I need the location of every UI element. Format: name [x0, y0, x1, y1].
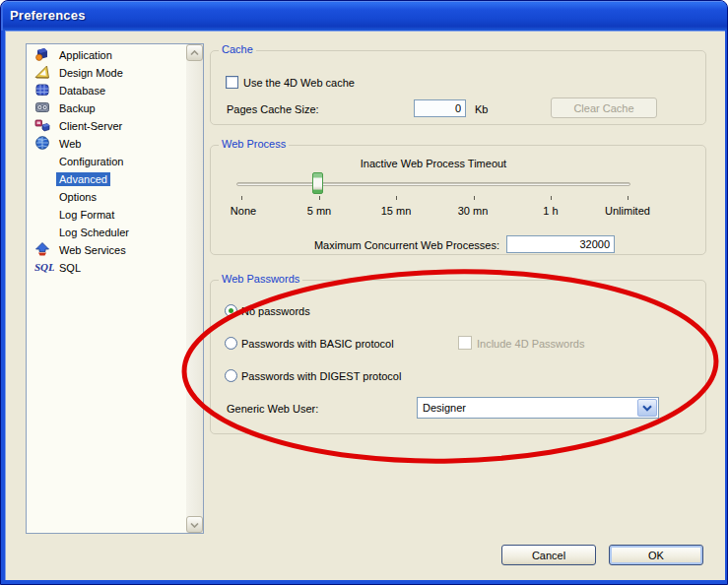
sidebar-scrollbar[interactable] [186, 44, 203, 533]
sidebar-item-label: Application [56, 48, 115, 62]
application-icon [34, 46, 50, 62]
generic-web-user-select[interactable]: Designer [417, 397, 659, 419]
web-passwords-group-title: Web Passwords [219, 273, 302, 285]
sidebar-item-application[interactable]: Application [29, 46, 184, 64]
sidebar-item-options[interactable]: Options [29, 188, 184, 206]
sql-icon: SQL [34, 259, 50, 275]
sidebar-item-sql[interactable]: SQL SQL [29, 259, 184, 277]
dialog-body: Application Design Mode Database Backup [5, 31, 725, 580]
include-4d-passwords-label: Include 4D Passwords [477, 338, 584, 350]
slider-tick [319, 196, 320, 200]
sidebar-item-database[interactable]: Database [29, 82, 184, 99]
client-server-icon [34, 117, 50, 133]
cancel-button[interactable]: Cancel [501, 545, 596, 565]
slider-tick-label-unlimited: Unlimited [588, 205, 667, 217]
include-4d-passwords-checkbox[interactable] [458, 336, 472, 350]
sidebar-item-label: Client-Server [56, 119, 125, 133]
sidebar-item-label: Configuration [56, 155, 126, 168]
title-bar: Preferences [1, 1, 728, 31]
web-services-icon [34, 241, 50, 257]
sidebar-item-web[interactable]: Web [29, 135, 184, 153]
sidebar-item-label: Log Scheduler [56, 226, 132, 239]
chevron-up-icon [190, 50, 199, 56]
sidebar-item-label: Web [56, 137, 84, 151]
chevron-down-icon [190, 522, 199, 528]
use-web-cache-checkbox[interactable] [226, 76, 238, 89]
window-title: Preferences [10, 8, 86, 23]
web-globe-icon [34, 135, 50, 151]
sidebar-item-backup[interactable]: Backup [29, 99, 184, 117]
svg-text:SQL: SQL [34, 261, 54, 273]
sidebar-item-advanced[interactable]: Advanced [29, 170, 184, 188]
sidebar-item-label: Options [56, 190, 99, 204]
max-concurrent-input[interactable] [506, 235, 615, 253]
combo-drop-button[interactable] [637, 399, 657, 417]
scroll-up-button[interactable] [186, 44, 203, 61]
slider-tick [551, 196, 552, 200]
sidebar-item-label-selected: Advanced [56, 172, 110, 186]
design-mode-icon [34, 64, 50, 80]
no-passwords-label: No passwords [241, 305, 310, 317]
web-process-group: Web Process Inactive Web Process Timeout… [210, 145, 706, 255]
scroll-down-button[interactable] [186, 516, 203, 533]
web-process-group-title: Web Process [219, 138, 289, 150]
slider-tick [474, 196, 475, 200]
sidebar-item-label: Backup [56, 101, 99, 115]
timeout-slider-track[interactable] [236, 182, 630, 186]
max-concurrent-label: Maximum Concurrent Web Processes: [227, 239, 499, 251]
generic-web-user-value: Designer [423, 402, 466, 414]
timeout-slider-label: Inactive Web Process Timeout [236, 158, 630, 169]
sidebar-item-web-services[interactable]: Web Services [29, 241, 184, 259]
pages-cache-size-label: Pages Cache Size: [227, 103, 319, 115]
sidebar-item-label: Log Format [56, 208, 117, 222]
preferences-dialog: Preferences Application Design Mode [0, 0, 728, 585]
pages-cache-size-unit: Kb [475, 103, 488, 115]
chevron-down-icon [642, 405, 652, 412]
sidebar-item-label: Design Mode [56, 66, 126, 80]
sidebar-item-log-format[interactable]: Log Format [29, 206, 184, 224]
sidebar-item-client-server[interactable]: Client-Server [29, 117, 184, 135]
generic-web-user-label: Generic Web User: [227, 403, 318, 415]
digest-protocol-radio[interactable] [225, 369, 237, 382]
slider-tick-label-15mn: 15 mn [357, 205, 435, 217]
sidebar-item-label: Database [56, 84, 108, 98]
slider-tick-label-none: None [204, 205, 283, 217]
preferences-tree: Application Design Mode Database Backup [26, 43, 204, 534]
clear-cache-button[interactable]: Clear Cache [551, 98, 657, 118]
sidebar-item-label: Web Services [56, 243, 129, 257]
digest-protocol-label: Passwords with DIGEST protocol [241, 370, 401, 382]
cache-group-title: Cache [219, 43, 256, 55]
ok-button[interactable]: OK [609, 545, 703, 565]
slider-tick [396, 196, 397, 200]
use-web-cache-label: Use the 4D Web cache [243, 77, 355, 89]
sidebar-item-log-scheduler[interactable]: Log Scheduler [29, 224, 184, 241]
sidebar-item-label: SQL [56, 261, 84, 275]
slider-tick [241, 196, 242, 200]
backup-icon [34, 99, 50, 115]
sidebar-item-design-mode[interactable]: Design Mode [29, 64, 184, 82]
slider-tick-label-30mn: 30 mn [433, 205, 512, 217]
pages-cache-size-input[interactable] [414, 99, 466, 117]
slider-tick-label-5mn: 5 mn [280, 205, 359, 217]
basic-protocol-radio[interactable] [225, 337, 237, 350]
slider-tick [628, 196, 629, 200]
slider-tick-label-1h: 1 h [511, 205, 590, 217]
basic-protocol-label: Passwords with BASIC protocol [241, 338, 394, 350]
sidebar-item-configuration[interactable]: Configuration [29, 153, 184, 170]
no-passwords-radio[interactable] [225, 304, 237, 317]
database-icon [34, 82, 50, 98]
timeout-slider-thumb[interactable] [312, 172, 323, 194]
web-passwords-group: Web Passwords No passwords Passwords wit… [210, 280, 706, 434]
cache-group: Cache Use the 4D Web cache Pages Cache S… [210, 50, 706, 125]
